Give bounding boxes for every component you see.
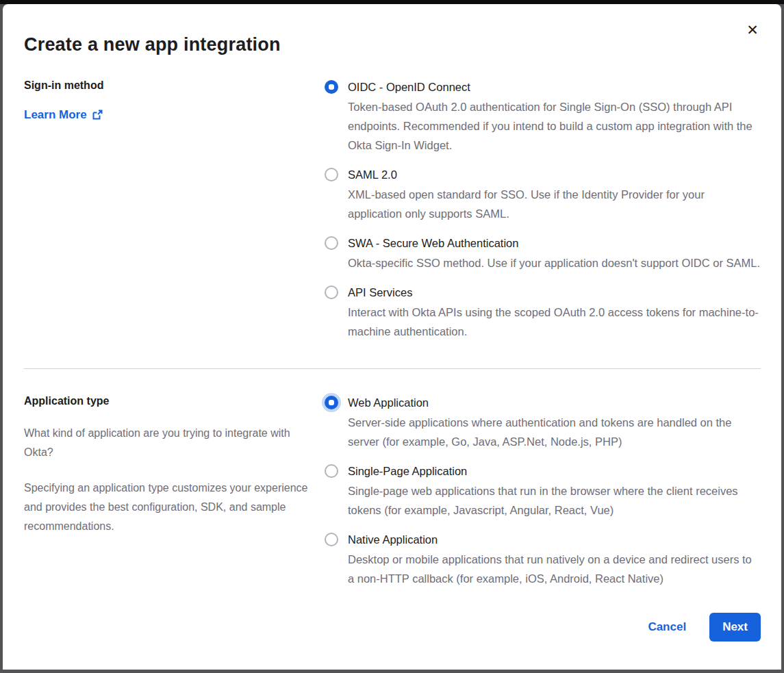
- radio-option-saml[interactable]: SAML 2.0 XML-based open standard for SSO…: [325, 166, 761, 223]
- radio-option-swa[interactable]: SWA - Secure Web Authentication Okta-spe…: [325, 234, 761, 272]
- radio-unselected-icon[interactable]: [325, 168, 338, 181]
- radio-option-label[interactable]: SAML 2.0: [348, 166, 761, 183]
- radio-option-single-page-application[interactable]: Single-Page Application Single-page web …: [325, 462, 761, 520]
- signin-method-label: Sign-in method: [24, 79, 311, 92]
- dialog-footer: Cancel Next: [24, 613, 761, 642]
- close-icon[interactable]: ✕: [742, 19, 763, 41]
- learn-more-link[interactable]: Learn More: [24, 108, 103, 122]
- radio-selected-icon[interactable]: [325, 80, 338, 94]
- radio-option-label[interactable]: API Services: [348, 283, 761, 301]
- radio-option-label[interactable]: Web Application: [348, 394, 761, 411]
- radio-unselected-icon[interactable]: [325, 464, 338, 478]
- radio-unselected-icon[interactable]: [325, 533, 338, 546]
- radio-option-oidc[interactable]: OIDC - OpenID Connect Token-based OAuth …: [325, 78, 761, 155]
- radio-selected-icon[interactable]: [325, 396, 338, 409]
- radio-option-label[interactable]: OIDC - OpenID Connect: [348, 78, 761, 96]
- radio-option-description: Desktop or mobile applications that run …: [348, 550, 761, 588]
- create-app-integration-dialog: ✕ Create a new app integration Sign-in m…: [3, 4, 781, 670]
- external-link-icon: [92, 110, 103, 120]
- learn-more-label: Learn More: [24, 108, 87, 122]
- radio-option-description: Server-side applications where authentic…: [348, 413, 761, 451]
- application-type-options: Web Application Server-side applications…: [325, 394, 761, 588]
- radio-option-label[interactable]: SWA - Secure Web Authentication: [348, 234, 760, 252]
- radio-option-description: Okta-specific SSO method. Use if your ap…: [348, 253, 760, 272]
- next-button[interactable]: Next: [709, 613, 761, 642]
- radio-option-description: Interact with Okta APIs using the scoped…: [348, 303, 761, 341]
- radio-option-api-services[interactable]: API Services Interact with Okta APIs usi…: [325, 283, 761, 341]
- signin-method-section: Sign-in method Learn More OIDC - OpenID …: [24, 78, 761, 341]
- radio-option-description: XML-based open standard for SSO. Use if …: [348, 185, 761, 223]
- page-title: Create a new app integration: [24, 34, 761, 55]
- section-divider: [24, 368, 761, 369]
- radio-option-description: Token-based OAuth 2.0 authentication for…: [348, 97, 761, 155]
- signin-method-options: OIDC - OpenID Connect Token-based OAuth …: [325, 78, 761, 341]
- radio-option-label[interactable]: Native Application: [348, 531, 761, 548]
- application-type-left-column: Application type What kind of applicatio…: [24, 394, 325, 588]
- radio-option-native-application[interactable]: Native Application Desktop or mobile app…: [325, 531, 761, 588]
- application-type-label: Application type: [24, 395, 311, 407]
- cancel-button[interactable]: Cancel: [648, 620, 686, 634]
- radio-unselected-icon[interactable]: [325, 236, 338, 250]
- application-type-help-text-1: What kind of application are you trying …: [24, 424, 311, 462]
- application-type-help-text-2: Specifying an application type customize…: [24, 479, 311, 536]
- radio-option-description: Single-page web applications that run in…: [348, 481, 761, 520]
- radio-option-web-application[interactable]: Web Application Server-side applications…: [325, 394, 761, 451]
- radio-option-label[interactable]: Single-Page Application: [348, 462, 761, 480]
- application-type-section: Application type What kind of applicatio…: [24, 394, 761, 588]
- signin-method-left-column: Sign-in method Learn More: [24, 78, 325, 341]
- radio-unselected-icon[interactable]: [325, 285, 338, 299]
